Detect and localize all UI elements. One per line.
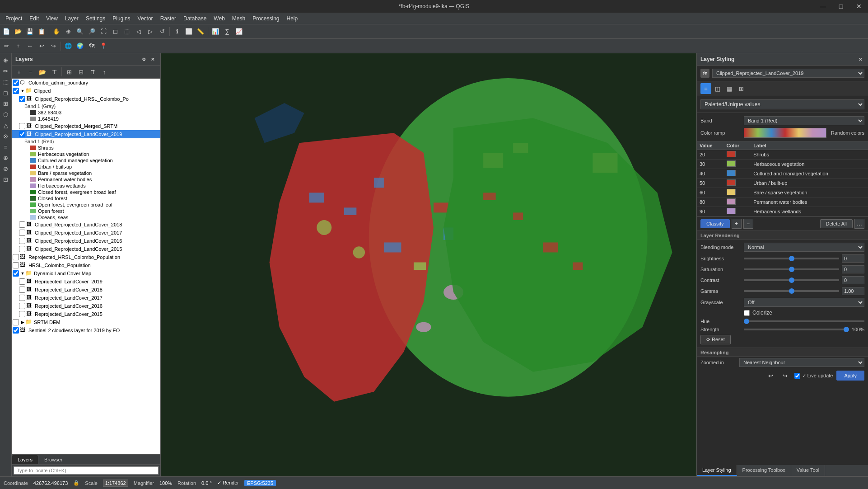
left-tool-6[interactable]: ⬡ <box>1 109 11 119</box>
expand-arrow-clipped[interactable]: ▼ <box>20 88 25 94</box>
left-tool-1[interactable]: ⊕ <box>1 55 11 65</box>
gamma-slider[interactable] <box>744 290 839 292</box>
layer-item-lc_oceans[interactable]: Oceans, seas <box>12 214 160 221</box>
menu-vector[interactable]: Vector <box>134 14 157 23</box>
delete-all-button[interactable]: Delete All <box>820 219 853 228</box>
save-project-btn[interactable]: 💾 <box>24 26 35 37</box>
menu-layer[interactable]: Layer <box>61 14 82 23</box>
apply-button[interactable]: Apply <box>836 371 864 381</box>
layer-item-srtm_dem[interactable]: ▶📁SRTM DEM <box>12 318 160 326</box>
left-tool-10[interactable]: ⊕ <box>1 153 11 163</box>
tab-layer-styling[interactable]: Layer Styling <box>697 465 737 476</box>
value-row-50[interactable]: 50Urban / built-up <box>697 179 868 188</box>
layer-checkbox-repr_lc_2017[interactable] <box>19 295 25 301</box>
layer-item-hrsl_pop[interactable]: 🖼HRSL_Colombo_Population <box>12 261 160 269</box>
classify-button[interactable]: Classify <box>700 219 730 228</box>
menu-project[interactable]: Project <box>2 14 26 23</box>
left-tool-3[interactable]: ⬚ <box>1 77 11 87</box>
layer-checkbox-landcover_2016[interactable] <box>19 238 25 244</box>
layer-item-band1_red_label[interactable]: Band 1 (Red) <box>12 138 160 145</box>
zoom-next-btn[interactable]: ▷ <box>145 26 156 37</box>
value-row-60[interactable]: 60Bare / sparse vegetation <box>697 188 868 197</box>
renderer-select[interactable]: Paletted/Unique values <box>700 99 864 109</box>
layer-checkbox-repr_lc_2018[interactable] <box>19 287 25 293</box>
move-top-btn[interactable]: ⇈ <box>87 66 98 77</box>
stats-btn[interactable]: 📈 <box>233 26 244 37</box>
menu-mesh[interactable]: Mesh <box>229 14 249 23</box>
layer-name-select[interactable]: Clipped_Reprojected_LandCover_2019 <box>712 69 864 78</box>
reset-button[interactable]: ⟳ Reset <box>700 335 731 344</box>
value-row-20[interactable]: 20Shrubs <box>697 150 868 160</box>
layer-item-lc_open_ev[interactable]: Open forest, evergreen broad leaf <box>12 202 160 208</box>
plugin2-btn[interactable]: 🌍 <box>75 41 85 52</box>
saturation-slider[interactable] <box>744 268 839 270</box>
layer-checkbox-clipped[interactable] <box>13 88 19 94</box>
contrast-input[interactable] <box>842 276 864 284</box>
zoom-full-btn[interactable]: ⛶ <box>98 26 109 37</box>
add-class-btn[interactable]: + <box>732 219 742 229</box>
layer-item-clipped[interactable]: ▼📁Clipped <box>12 87 160 95</box>
color-ramp-preview[interactable] <box>744 128 826 138</box>
more-options-btn[interactable]: … <box>854 219 864 229</box>
colorize-checkbox[interactable] <box>744 310 750 316</box>
layer-item-sentinel2[interactable]: 🖼Sentinel-2 cloudless layer for 2019 by … <box>12 326 160 334</box>
open-layer-btn[interactable]: 📂 <box>37 66 48 77</box>
plugin1-btn[interactable]: 🌐 <box>63 41 74 52</box>
color-swatch-20[interactable] <box>727 151 736 157</box>
layer-item-repr_lc_2019[interactable]: 🖼Reprojected_LandCover_2019 <box>12 277 160 286</box>
layer-item-lc_bare[interactable]: Bare / sparse vegetation <box>12 170 160 176</box>
color-swatch-60[interactable] <box>727 189 736 195</box>
layer-item-dynamic_land[interactable]: ▼📁Dynamic Land Cover Map <box>12 269 160 277</box>
layer-item-landcover_2015[interactable]: 🖼Clipped_Reprojected_LandCover_2015 <box>12 245 160 253</box>
plugin4-btn[interactable]: 📍 <box>98 41 109 52</box>
hue-slider[interactable] <box>744 320 864 322</box>
open-project-btn[interactable]: 📂 <box>13 26 23 37</box>
maximize-button[interactable]: □ <box>832 0 850 13</box>
color-swatch-40[interactable] <box>727 170 736 176</box>
layer-checkbox-repro_hrsl_pop[interactable] <box>13 254 19 260</box>
layer-checkbox-repr_lc_2016[interactable] <box>19 303 25 309</box>
layer-item-landcover_2018[interactable]: 🖼Clipped_Reprojected_LandCover_2018 <box>12 221 160 229</box>
layer-item-repr_lc_2017[interactable]: 🖼Reprojected_LandCover_2017 <box>12 294 160 302</box>
menu-plugins[interactable]: Plugins <box>109 14 134 23</box>
layer-item-landcover_2016[interactable]: 🖼Clipped_Reprojected_LandCover_2016 <box>12 237 160 245</box>
value-row-40[interactable]: 40Cultured and managed vegetation <box>697 169 868 179</box>
left-tool-9[interactable]: ≡ <box>1 142 11 152</box>
layer-checkbox-colombo_admin[interactable] <box>13 80 19 86</box>
brightness-slider[interactable] <box>744 258 839 259</box>
layer-item-colombo_admin[interactable]: ⬡Colombo_admin_boundary <box>12 79 160 87</box>
menu-processing[interactable]: Processing <box>249 14 283 23</box>
categories-btn[interactable]: ◫ <box>712 83 723 94</box>
layer-checkbox-hrsl_colombo[interactable] <box>19 96 25 102</box>
undo-styling-btn[interactable]: ↩ <box>765 370 776 381</box>
layer-checkbox-landcover_2015[interactable] <box>19 246 25 252</box>
layer-item-lc_shrubs[interactable]: Shrubs <box>12 145 160 151</box>
layer-checkbox-sentinel2[interactable] <box>13 327 19 334</box>
close-button[interactable]: ✕ <box>850 0 868 13</box>
layer-item-landcover_2019[interactable]: 🖼Clipped_Reprojected_LandCover_2019 <box>12 130 160 138</box>
layer-item-repr_lc_2018[interactable]: 🖼Reprojected_LandCover_2018 <box>12 286 160 294</box>
tab-browser[interactable]: Browser <box>38 455 68 464</box>
zoomed-in-select[interactable]: Nearest Neighbour <box>739 358 864 367</box>
value-row-80[interactable]: 80Permanent water bodies <box>697 197 868 207</box>
styling-close-btn[interactable]: ✕ <box>856 55 864 63</box>
redo-btn[interactable]: ↪ <box>48 41 59 52</box>
layer-item-lc_urban[interactable]: Urban / built-up <box>12 164 160 170</box>
value-row-30[interactable]: 30Herbaceous vegetation <box>697 160 868 169</box>
left-tool-4[interactable]: ◻ <box>1 88 11 98</box>
filter-layer-btn[interactable]: ⊤ <box>49 66 60 77</box>
layer-item-merged_srtm[interactable]: 🖼Clipped_Reprojected_Merged_SRTM <box>12 122 160 130</box>
move-up-btn[interactable]: ↑ <box>99 66 110 77</box>
left-tool-12[interactable]: ⊡ <box>1 174 11 184</box>
layer-item-lc_wetlands[interactable]: Herbaceous wetlands <box>12 183 160 189</box>
layer-item-lc_cultured[interactable]: Cultured and managed vegetation <box>12 157 160 164</box>
gamma-input[interactable] <box>842 287 864 295</box>
color-swatch-50[interactable] <box>727 179 736 186</box>
plugin3-btn[interactable]: 🗺 <box>86 41 97 52</box>
zoom-out-btn[interactable]: 🔎 <box>86 26 97 37</box>
remove-class-btn[interactable]: − <box>743 219 753 229</box>
tab-value-tool[interactable]: Value Tool <box>791 465 825 476</box>
layer-checkbox-hrsl_pop[interactable] <box>13 262 19 268</box>
saturation-input[interactable] <box>842 265 864 273</box>
layer-checkbox-landcover_2018[interactable] <box>19 221 25 228</box>
